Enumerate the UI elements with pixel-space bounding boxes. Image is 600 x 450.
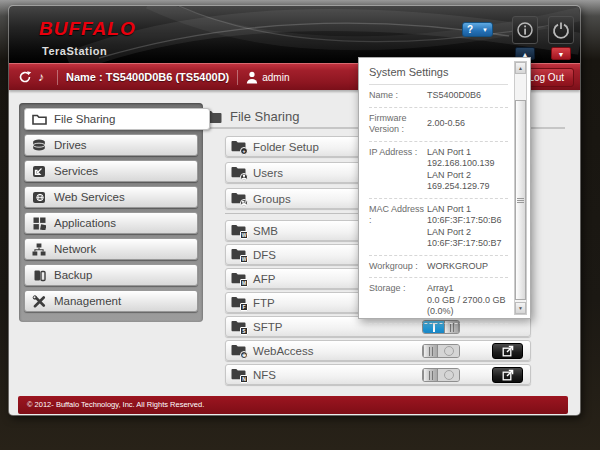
group-badge: [240, 199, 248, 207]
folder-group-icon: [231, 192, 247, 205]
folder-ftp-icon: F: [231, 296, 247, 309]
scroll-down-arrow[interactable]: ▼: [515, 302, 526, 314]
service-label: SMB: [253, 225, 278, 237]
page-title-label: File Sharing: [230, 109, 299, 124]
external-link-icon: [502, 345, 514, 357]
popup-row-firmware: Firmware Version : 2.00-0.56: [369, 108, 508, 142]
external-link-icon: [502, 369, 514, 381]
buffalo-logo-text: BUFFALO: [39, 18, 136, 40]
ip-line: LAN Port 2: [427, 170, 495, 182]
folder-user-icon: [231, 166, 247, 179]
sidebar: File Sharing Drives Services Web Service…: [19, 103, 203, 322]
service-label: NFS: [253, 369, 276, 381]
header-banner: BUFFALO TeraStation ? ▼ ▲ ▼: [9, 6, 580, 63]
web-services-icon: [31, 190, 47, 204]
applications-icon: [31, 216, 47, 230]
popup-scrollbar[interactable]: ▲ ▼: [514, 61, 527, 315]
popup-row-name: Name : TS5400D0B6: [369, 85, 508, 108]
sidebar-item-drives[interactable]: Drives: [24, 134, 198, 156]
user-icon: [246, 71, 258, 84]
sidebar-item-label: Services: [54, 165, 98, 177]
ip-line: 169.254.129.79: [427, 181, 495, 193]
product-name: TeraStation: [42, 45, 136, 57]
power-icon: [552, 21, 570, 39]
globe-badge: ⊕: [240, 351, 248, 359]
sidebar-item-file-sharing[interactable]: File Sharing: [24, 108, 210, 130]
sidebar-item-web-services[interactable]: Web Services: [24, 186, 198, 208]
music-note-icon: ♪: [38, 70, 44, 84]
triangle-down-icon: ▼: [558, 51, 565, 58]
nfs-toggle[interactable]: [422, 368, 460, 382]
sidebar-item-label: Applications: [54, 217, 116, 229]
popup-row-mac: MAC Address : LAN Port 1 10:6F:3F:17:50:…: [369, 199, 508, 256]
service-label: FTP: [253, 297, 275, 309]
folder-dfs-icon: W: [231, 248, 247, 261]
sidebar-item-label: Management: [54, 295, 121, 307]
button-label: Folder Setup: [253, 141, 319, 153]
sidebar-item-applications[interactable]: Applications: [24, 212, 198, 234]
folder-smb-icon: W: [231, 224, 247, 237]
firmware-value: 2.00-0.56: [427, 118, 465, 130]
sidebar-item-label: Web Services: [54, 191, 125, 203]
brand-logo: BUFFALO TeraStation: [39, 18, 136, 57]
plus-badge: +: [240, 147, 248, 155]
service-label: AFP: [253, 273, 275, 285]
beep-button[interactable]: ♪: [33, 70, 49, 84]
sidebar-item-network[interactable]: Network: [24, 238, 198, 260]
info-button[interactable]: [512, 16, 538, 44]
refresh-button[interactable]: [17, 70, 33, 84]
scroll-up-arrow[interactable]: ▲: [515, 62, 526, 74]
scrollbar-thumb[interactable]: [515, 100, 526, 300]
backup-icon: [31, 268, 47, 282]
storage-line: 0.0 GB / 2700.0 GB: [427, 295, 506, 307]
sidebar-item-label: Network: [54, 243, 96, 255]
network-icon: [31, 242, 47, 256]
service-label: DFS: [253, 249, 276, 261]
mac-line: LAN Port 2: [427, 227, 502, 239]
sftp-badge: S: [240, 327, 248, 335]
sidebar-item-label: Drives: [54, 139, 87, 151]
mac-line: 10:6F:3F:17:50:B6: [427, 215, 502, 227]
storage-line: Array1: [427, 283, 506, 295]
device-name-value: TS5400D0B6: [427, 90, 481, 102]
nfs-open-window-button[interactable]: [492, 367, 523, 383]
mac-line: LAN Port 1: [427, 204, 502, 216]
nfs-badge: N: [240, 375, 248, 383]
help-label: ?: [467, 24, 473, 35]
folder-nfs-icon: N: [231, 368, 247, 381]
webaccess-row[interactable]: ⊕ WebAccess: [225, 340, 531, 361]
sidebar-item-management[interactable]: Management: [24, 290, 198, 312]
toggle-off-zone: [438, 369, 459, 381]
sidebar-item-label: File Sharing: [54, 113, 115, 125]
storage-line: (0.0%): [427, 306, 506, 318]
workgroup-value: WORKGROUP: [427, 261, 488, 273]
toggle-off-zone: [438, 345, 459, 357]
popup-row-workgroup: Workgroup : WORKGROUP: [369, 256, 508, 279]
sidebar-item-label: Backup: [54, 269, 92, 281]
ip-line: LAN Port 1: [427, 147, 495, 159]
nfs-row[interactable]: N NFS: [225, 364, 531, 385]
page-title: File Sharing: [205, 109, 299, 124]
popup-title: System Settings: [369, 66, 508, 78]
system-settings-popup: System Settings Name : TS5400D0B6 Firmwa…: [358, 57, 531, 319]
button-label: Users: [253, 167, 283, 179]
sidebar-item-backup[interactable]: Backup: [24, 264, 198, 286]
webaccess-open-window-button[interactable]: [492, 343, 523, 359]
mac-line: 10:6F:3F:17:50:B7: [427, 238, 502, 250]
device-name-label: Name : TS5400D0B6 (TS5400D): [66, 71, 229, 83]
help-dropdown-button[interactable]: ? ▼: [462, 22, 493, 37]
ftp-badge: F: [240, 303, 248, 311]
folder-sftp-icon: S: [231, 320, 247, 333]
webaccess-toggle[interactable]: [422, 344, 460, 358]
folder-add-icon: +: [231, 140, 247, 153]
service-label: WebAccess: [253, 345, 314, 357]
smb-badge: W: [240, 231, 248, 239]
dfs-badge: W: [240, 255, 248, 263]
power-button[interactable]: [548, 16, 574, 44]
copyright-bar: © 2012- Buffalo Technology, Inc. All Rig…: [18, 396, 568, 414]
folder-afp-icon: M: [231, 272, 247, 285]
sidebar-item-services[interactable]: Services: [24, 160, 198, 182]
chevron-down-icon: ▼: [482, 27, 488, 33]
power-expand-button[interactable]: ▼: [551, 47, 571, 60]
popup-row-storage: Storage : Array1 0.0 GB / 2700.0 GB (0.0…: [369, 278, 508, 324]
